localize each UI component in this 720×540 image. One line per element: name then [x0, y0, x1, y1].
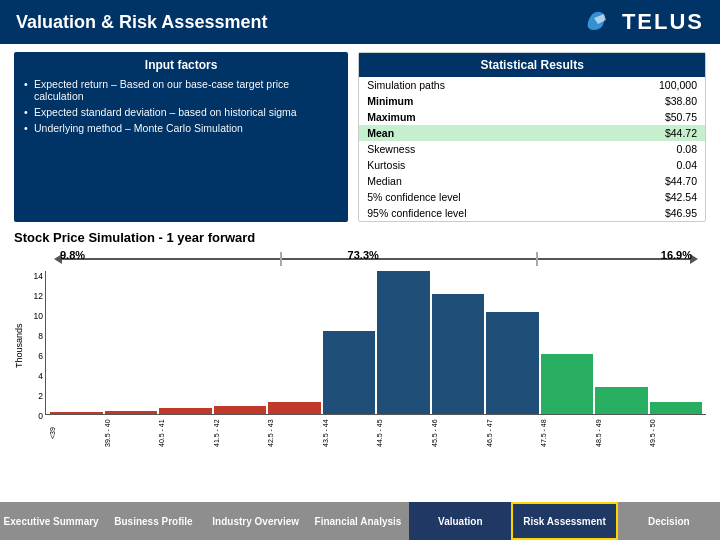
y-tick: 0	[25, 411, 43, 421]
nav-item[interactable]: Financial Analysis	[307, 502, 409, 540]
stat-row: 95% confidence level$46.95	[359, 205, 705, 221]
y-tick: 4	[25, 371, 43, 381]
list-item: Expected return – Based on our base-case…	[24, 78, 338, 102]
stat-results-title: Statistical Results	[359, 53, 705, 77]
chart-wrapper: Thousands 02468101214 <3939.5 - 4040.5 -…	[14, 271, 706, 451]
stat-row: Median$44.70	[359, 173, 705, 189]
page-title: Valuation & Risk Assessment	[16, 12, 267, 33]
chart-bar	[159, 408, 212, 414]
stat-row: Maximum$50.75	[359, 109, 705, 125]
stat-label: 5% confidence level	[359, 189, 594, 205]
x-label: 39.5 - 40	[104, 415, 157, 451]
stat-results-panel: Statistical Results Simulation paths100,…	[358, 52, 706, 222]
y-tick: 12	[25, 291, 43, 301]
chart-bar	[650, 402, 703, 414]
stat-row: Minimum$38.80	[359, 93, 705, 109]
x-label: 48.5 - 49	[595, 415, 648, 451]
nav-item[interactable]: Executive Summary	[0, 502, 102, 540]
chart-bar	[105, 411, 158, 414]
stat-label: Kurtosis	[359, 157, 594, 173]
bars-area	[45, 271, 706, 415]
chart-title: Stock Price Simulation - 1 year forward	[14, 230, 706, 245]
x-label: 46.5 - 47	[486, 415, 539, 451]
x-label: 42.5 - 43	[267, 415, 320, 451]
pct-left-label: 9.8%	[60, 249, 85, 261]
y-tick: 2	[25, 391, 43, 401]
chart-bar	[214, 406, 267, 414]
stat-value: $44.72	[595, 125, 705, 141]
stat-value: $42.54	[595, 189, 705, 205]
stat-label: 95% confidence level	[359, 205, 594, 221]
x-label: 44.5 - 45	[376, 415, 429, 451]
bottom-nav: Executive SummaryBusiness ProfileIndustr…	[0, 502, 720, 540]
stat-value: $46.95	[595, 205, 705, 221]
x-label: 49.5 - 50	[649, 415, 702, 451]
stat-value: 0.08	[595, 141, 705, 157]
stat-label: Mean	[359, 125, 594, 141]
stat-label: Skewness	[359, 141, 594, 157]
pct-mid-label: 73.3%	[348, 249, 379, 261]
chart-bar	[377, 271, 430, 414]
stat-label: Maximum	[359, 109, 594, 125]
y-tick: 10	[25, 311, 43, 321]
nav-item[interactable]: Business Profile	[102, 502, 204, 540]
tick-left	[280, 252, 282, 266]
nav-item[interactable]: Decision	[618, 502, 720, 540]
chart-bar	[50, 412, 103, 414]
y-tick: 14	[25, 271, 43, 281]
nav-item[interactable]: Valuation	[409, 502, 511, 540]
stat-label: Median	[359, 173, 594, 189]
x-label: 43.5 - 44	[322, 415, 375, 451]
stat-value: $38.80	[595, 93, 705, 109]
stat-value: $44.70	[595, 173, 705, 189]
chart-bar	[595, 387, 648, 414]
stat-row: Skewness0.08	[359, 141, 705, 157]
stat-label: Minimum	[359, 93, 594, 109]
x-label: 45.5 - 46	[431, 415, 484, 451]
header: Valuation & Risk Assessment TELUS	[0, 0, 720, 44]
input-factors-list: Expected return – Based on our base-case…	[24, 78, 338, 134]
telus-logo-icon	[584, 8, 616, 36]
stat-row: Mean$44.72	[359, 125, 705, 141]
x-label: 41.5 - 42	[213, 415, 266, 451]
stat-table: Simulation paths100,000Minimum$38.80Maxi…	[359, 77, 705, 221]
stat-value: $50.75	[595, 109, 705, 125]
x-labels: <3939.5 - 4040.5 - 4141.5 - 4242.5 - 434…	[45, 415, 706, 451]
y-tick: 6	[25, 351, 43, 361]
chart-bar	[323, 331, 376, 414]
nav-item[interactable]: Industry Overview	[205, 502, 307, 540]
input-factors-title: Input factors	[24, 58, 338, 72]
list-item: Underlying method – Monte Carlo Simulati…	[24, 122, 338, 134]
input-factors-panel: Input factors Expected return – Based on…	[14, 52, 348, 222]
x-label: 47.5 - 48	[540, 415, 593, 451]
chart-bar	[541, 354, 594, 414]
tick-right	[536, 252, 538, 266]
percentage-bar: 9.8% 73.3% 16.9%	[56, 249, 696, 269]
nav-item[interactable]: Risk Assessment	[511, 502, 617, 540]
bars-wrapper: <3939.5 - 4040.5 - 4141.5 - 4242.5 - 434…	[45, 271, 706, 451]
stat-row: Simulation paths100,000	[359, 77, 705, 93]
y-tick: 8	[25, 331, 43, 341]
stat-value: 0.04	[595, 157, 705, 173]
x-label: <39	[49, 415, 102, 451]
y-axis-label: Thousands	[14, 271, 24, 421]
chart-bar	[432, 294, 485, 414]
main-content: Input factors Expected return – Based on…	[0, 44, 720, 459]
chart-bar	[268, 402, 321, 414]
list-item: Expected standard deviation – based on h…	[24, 106, 338, 118]
x-label: 40.5 - 41	[158, 415, 211, 451]
chart-bar	[486, 312, 539, 414]
stat-row: Kurtosis0.04	[359, 157, 705, 173]
stat-row: 5% confidence level$42.54	[359, 189, 705, 205]
stat-label: Simulation paths	[359, 77, 594, 93]
stat-value: 100,000	[595, 77, 705, 93]
logo-text: TELUS	[622, 9, 704, 35]
y-ticks: 02468101214	[25, 271, 43, 421]
logo-area: TELUS	[584, 8, 704, 36]
pct-right-label: 16.9%	[661, 249, 692, 261]
top-section: Input factors Expected return – Based on…	[14, 52, 706, 222]
